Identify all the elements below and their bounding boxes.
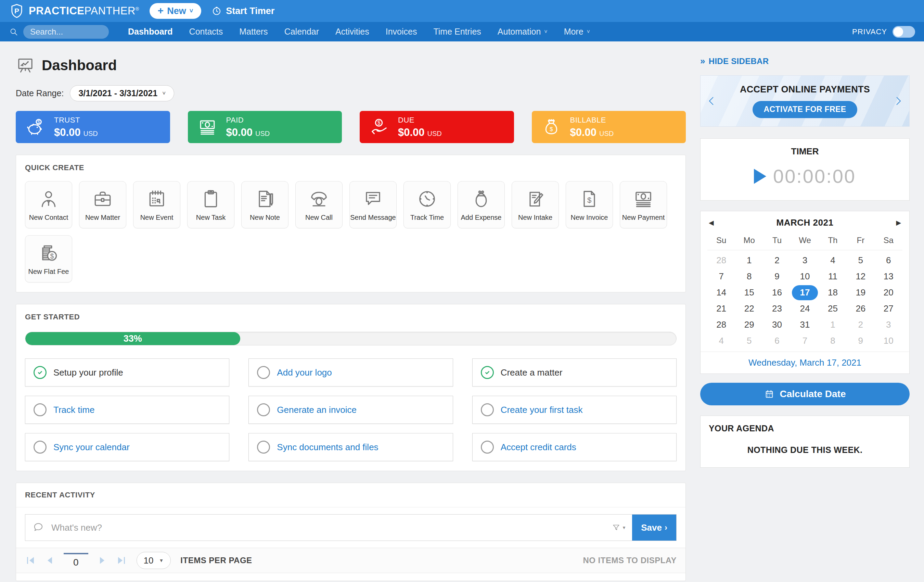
- get-started-sync-documents-and-files[interactable]: Sync documents and files: [248, 433, 453, 461]
- calendar-day-2-muted[interactable]: 2: [846, 317, 874, 333]
- get-started-label[interactable]: Generate an invoice: [277, 405, 356, 415]
- pagination-prev-button[interactable]: [46, 555, 54, 566]
- hide-sidebar-button[interactable]: » HIDE SIDEBAR: [700, 56, 910, 66]
- nav-item-activities[interactable]: Activities: [335, 27, 369, 36]
- calendar-next-month-button[interactable]: ▶: [894, 219, 903, 227]
- nav-item-more[interactable]: More˅: [564, 27, 590, 36]
- quick-create-new-payment[interactable]: New Payment: [620, 181, 667, 228]
- calendar-day-7-muted[interactable]: 7: [791, 333, 818, 349]
- nav-item-dashboard[interactable]: Dashboard: [128, 27, 173, 36]
- get-started-sync-your-calendar[interactable]: Sync your calendar: [25, 433, 229, 461]
- calendar-day-24[interactable]: 24: [791, 301, 818, 317]
- calendar-day-2[interactable]: 2: [763, 252, 791, 268]
- calendar-day-26[interactable]: 26: [846, 301, 874, 317]
- quick-create-new-contact[interactable]: New Contact: [25, 181, 72, 228]
- calendar-day-17[interactable]: 17: [791, 284, 818, 301]
- calendar-day-29[interactable]: 29: [735, 317, 763, 333]
- quick-create-new-matter[interactable]: New Matter: [79, 181, 126, 228]
- pagination-first-button[interactable]: [25, 555, 36, 566]
- date-range-select[interactable]: 3/1/2021 - 3/31/2021 ˅: [70, 85, 174, 101]
- save-button[interactable]: Save ›: [632, 514, 676, 541]
- calendar-day-10-muted[interactable]: 10: [875, 333, 903, 349]
- get-started-label[interactable]: Add your logo: [277, 367, 332, 378]
- calendar-day-5[interactable]: 5: [846, 252, 874, 268]
- calendar-day-21[interactable]: 21: [707, 301, 735, 317]
- calendar-day-9-muted[interactable]: 9: [846, 333, 874, 349]
- nav-item-invoices[interactable]: Invoices: [386, 27, 417, 36]
- nav-item-calendar[interactable]: Calendar: [284, 27, 319, 36]
- calendar-day-1-muted[interactable]: 1: [819, 317, 846, 333]
- get-started-accept-credit-cards[interactable]: Accept credit cards: [472, 433, 676, 461]
- get-started-track-time[interactable]: Track time: [25, 396, 229, 424]
- calendar-day-5-muted[interactable]: 5: [735, 333, 763, 349]
- calendar-day-16[interactable]: 16: [763, 284, 791, 301]
- calendar-day-10[interactable]: 10: [791, 268, 818, 284]
- practicepanther-logo[interactable]: P PRACTICEPANTHER®: [9, 3, 139, 19]
- calendar-day-28[interactable]: 28: [707, 317, 735, 333]
- search-input[interactable]: [30, 27, 102, 36]
- calendar-day-18[interactable]: 18: [819, 284, 846, 301]
- calendar-day-9[interactable]: 9: [763, 268, 791, 284]
- calendar-day-15[interactable]: 15: [735, 284, 763, 301]
- get-started-setup-your-profile[interactable]: Setup your profile: [25, 359, 229, 387]
- activate-for-free-button[interactable]: ACTIVATE FOR FREE: [752, 101, 857, 118]
- get-started-create-your-first-task[interactable]: Create your first task: [472, 396, 676, 424]
- nav-item-automation[interactable]: Automation˅: [498, 27, 548, 36]
- new-button[interactable]: + New ˅: [150, 3, 201, 19]
- quick-create-new-intake[interactable]: New Intake: [512, 181, 559, 228]
- calendar-day-6-muted[interactable]: 6: [763, 333, 791, 349]
- activity-filter-button[interactable]: ▾: [612, 523, 625, 532]
- get-started-label[interactable]: Accept credit cards: [501, 442, 576, 453]
- quick-create-new-invoice[interactable]: $New Invoice: [566, 181, 613, 228]
- quick-create-new-note[interactable]: New Note: [241, 181, 289, 228]
- get-started-label[interactable]: Track time: [53, 405, 94, 415]
- items-per-page-select[interactable]: 10 ▼: [137, 552, 171, 569]
- calendar-prev-month-button[interactable]: ◀: [707, 219, 715, 227]
- quick-create-send-message[interactable]: Send Message: [350, 181, 397, 228]
- carousel-prev-icon[interactable]: [706, 95, 718, 107]
- pagination-next-button[interactable]: [98, 555, 106, 566]
- pagination-last-button[interactable]: [116, 555, 127, 566]
- get-started-label[interactable]: Sync your calendar: [53, 442, 130, 453]
- calendar-day-3-muted[interactable]: 3: [875, 317, 903, 333]
- nav-item-matters[interactable]: Matters: [239, 27, 267, 36]
- calendar-day-22[interactable]: 22: [735, 301, 763, 317]
- get-started-label[interactable]: Create your first task: [501, 405, 583, 415]
- quick-create-new-flat-fee[interactable]: $New Flat Fee: [25, 235, 72, 283]
- get-started-label[interactable]: Sync documents and files: [277, 442, 378, 453]
- calendar-day-4[interactable]: 4: [819, 252, 846, 268]
- start-timer-button[interactable]: Start Timer: [211, 6, 274, 17]
- calendar-day-27[interactable]: 27: [875, 301, 903, 317]
- calendar-day-20[interactable]: 20: [875, 284, 903, 301]
- calendar-day-8-muted[interactable]: 8: [819, 333, 846, 349]
- calendar-day-28-muted[interactable]: 28: [707, 252, 735, 268]
- search-icon[interactable]: [9, 27, 18, 36]
- calendar-day-14[interactable]: 14: [707, 284, 735, 301]
- calendar-selected-date-link[interactable]: Wednesday, March 17, 2021: [701, 352, 909, 374]
- calendar-day-4-muted[interactable]: 4: [707, 333, 735, 349]
- get-started-create-a-matter[interactable]: Create a matter: [472, 359, 676, 387]
- stat-card-trust[interactable]: $TRUST$0.00USD: [16, 111, 170, 143]
- calendar-day-11[interactable]: 11: [819, 268, 846, 284]
- calendar-day-31[interactable]: 31: [791, 317, 818, 333]
- nav-item-time-entries[interactable]: Time Entries: [433, 27, 481, 36]
- calendar-day-23[interactable]: 23: [763, 301, 791, 317]
- timer-play-button[interactable]: [754, 169, 766, 184]
- stat-card-paid[interactable]: PAID$0.00USD: [188, 111, 342, 143]
- search-box[interactable]: [23, 25, 109, 39]
- calendar-day-25[interactable]: 25: [819, 301, 846, 317]
- quick-create-add-expense[interactable]: Add Expense: [457, 181, 505, 228]
- quick-create-new-call[interactable]: New Call: [295, 181, 343, 228]
- carousel-next-icon[interactable]: [892, 95, 904, 107]
- calendar-day-8[interactable]: 8: [735, 268, 763, 284]
- quick-create-new-task[interactable]: New Task: [187, 181, 234, 228]
- quick-create-track-time[interactable]: Track Time: [403, 181, 451, 228]
- calendar-day-19[interactable]: 19: [846, 284, 874, 301]
- calendar-day-13[interactable]: 13: [875, 268, 903, 284]
- privacy-toggle[interactable]: [893, 26, 915, 38]
- quick-create-new-event[interactable]: New Event: [133, 181, 180, 228]
- calculate-date-button[interactable]: Calculate Date: [700, 383, 910, 405]
- calendar-day-3[interactable]: 3: [791, 252, 818, 268]
- nav-item-contacts[interactable]: Contacts: [189, 27, 223, 36]
- calendar-day-1[interactable]: 1: [735, 252, 763, 268]
